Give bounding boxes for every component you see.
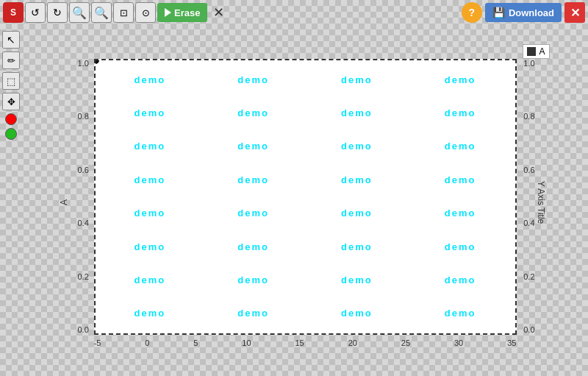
zoom-custom-button[interactable]: ⊙ [135, 2, 156, 23]
demo-cell-29: demo [201, 297, 305, 330]
demo-cell-28: demo [98, 297, 202, 330]
x-tick-15: 15 [295, 338, 304, 347]
y-axis-right-title: Y Axis Title [536, 180, 546, 223]
x-tick-0: 0 [145, 338, 149, 347]
demo-cell-5: demo [201, 96, 305, 130]
shape-tool[interactable]: ⬚ [2, 72, 20, 90]
move-tool[interactable]: ✥ [2, 93, 20, 110]
cursor-tool[interactable]: ↖ [2, 31, 20, 49]
y-tick-0-2: 0.2 [78, 272, 89, 281]
toolbar-close-button[interactable]: ✕ [209, 3, 228, 22]
demo-cell-11: demo [409, 130, 512, 163]
y-right-tick-0-0: 0.0 [523, 325, 534, 334]
y-tick-1-0: 1.0 [78, 59, 89, 68]
plot-origin-dot [94, 59, 99, 64]
play-icon [165, 8, 171, 17]
redo-button[interactable]: ↻ [47, 2, 68, 23]
demo-cell-3: demo [409, 63, 512, 96]
download-icon: 💾 [492, 7, 505, 18]
demo-grid: demodemodemodemodemodemodemodemodemodemo… [96, 60, 515, 333]
y-right-tick-1-0: 1.0 [523, 59, 534, 68]
demo-cell-22: demo [305, 230, 409, 263]
x-tick-30: 30 [454, 338, 463, 347]
demo-cell-17: demo [201, 196, 305, 230]
demo-cell-27: demo [409, 263, 512, 297]
red-close-button[interactable]: ✕ [564, 2, 585, 23]
demo-cell-9: demo [201, 130, 305, 163]
demo-cell-0: demo [98, 63, 202, 96]
color-red[interactable] [5, 113, 17, 125]
demo-cell-26: demo [305, 263, 409, 297]
demo-cell-7: demo [409, 96, 512, 130]
left-toolbar: ↖ ✏ ⬚ ✥ [0, 28, 22, 143]
demo-cell-23: demo [409, 230, 512, 263]
y-right-tick-0-2: 0.2 [523, 272, 534, 281]
zoom-in-button[interactable]: 🔍 [69, 2, 90, 23]
color-green[interactable] [5, 128, 17, 140]
demo-cell-30: demo [305, 297, 409, 330]
demo-cell-8: demo [98, 130, 202, 163]
y-axis-left-title: A [59, 199, 69, 205]
y-tick-0-8: 0.8 [78, 112, 89, 121]
demo-cell-25: demo [201, 263, 305, 297]
demo-cell-21: demo [201, 230, 305, 263]
x-tick--5: -5 [94, 338, 101, 347]
demo-cell-15: demo [409, 163, 512, 196]
chart-container: A A 1.0 0.8 0.6 0.4 0.2 0.0 demodemodemo… [26, 28, 588, 376]
help-button[interactable]: ? [462, 2, 482, 23]
app-icon: S [3, 2, 24, 23]
demo-cell-31: demo [409, 297, 512, 330]
demo-cell-2: demo [305, 63, 409, 96]
top-toolbar: S ↺ ↻ 🔍 🔍 ⊡ ⊙ Erase ✕ ? 💾 Download ✕ [0, 0, 588, 25]
y-tick-0-6: 0.6 [78, 166, 89, 174]
plot-area: demodemodemodemodemodemodemodemodemodemo… [94, 59, 517, 335]
toolbar-right: ? 💾 Download ✕ [462, 2, 585, 23]
y-axis-right: 1.0 0.8 0.6 0.4 0.2 0.0 [523, 59, 534, 335]
y-tick-0-4: 0.4 [78, 219, 89, 227]
demo-cell-4: demo [98, 96, 202, 130]
undo-button[interactable]: ↺ [25, 2, 46, 23]
y-right-tick-0-6: 0.6 [523, 166, 534, 174]
y-right-tick-0-8: 0.8 [523, 112, 534, 121]
x-tick-25: 25 [401, 338, 410, 347]
demo-cell-18: demo [305, 196, 409, 230]
y-tick-0-0: 0.0 [78, 325, 89, 334]
legend-box: A [523, 44, 549, 59]
x-tick-35: 35 [507, 338, 516, 347]
toolbar-left: S ↺ ↻ 🔍 🔍 ⊡ ⊙ Erase ✕ [3, 2, 460, 23]
x-tick-10: 10 [242, 338, 251, 347]
demo-cell-14: demo [305, 163, 409, 196]
y-right-tick-0-4: 0.4 [523, 219, 534, 227]
legend-square [527, 47, 536, 56]
demo-cell-16: demo [98, 196, 202, 230]
demo-cell-10: demo [305, 130, 409, 163]
zoom-fit-button[interactable]: ⊡ [113, 2, 134, 23]
demo-cell-24: demo [98, 263, 202, 297]
pencil-tool[interactable]: ✏ [2, 52, 20, 69]
demo-cell-1: demo [201, 63, 305, 96]
x-axis: -5 0 5 10 15 20 25 30 35 [94, 338, 517, 347]
download-button[interactable]: 💾 Download [485, 3, 562, 22]
legend-label: A [539, 46, 545, 57]
x-tick-5: 5 [193, 338, 198, 347]
demo-cell-19: demo [409, 196, 512, 230]
demo-cell-6: demo [305, 96, 409, 130]
demo-cell-20: demo [98, 230, 202, 263]
demo-cell-12: demo [98, 163, 202, 196]
y-axis-left: 1.0 0.8 0.6 0.4 0.2 0.0 [78, 59, 89, 335]
erase-button[interactable]: Erase [157, 3, 207, 22]
x-tick-20: 20 [348, 338, 357, 347]
demo-cell-13: demo [201, 163, 305, 196]
zoom-out-button[interactable]: 🔍 [91, 2, 112, 23]
chart-wrapper: A A 1.0 0.8 0.6 0.4 0.2 0.0 demodemodemo… [57, 37, 557, 368]
